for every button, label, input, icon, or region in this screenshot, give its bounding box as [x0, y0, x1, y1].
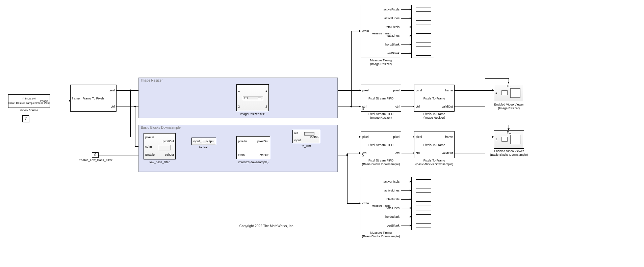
- mt1-o1: activePixels: [383, 8, 400, 11]
- mt2-caption1: Measure Timing: [357, 231, 405, 234]
- irr-out2: 2: [265, 105, 267, 108]
- lpf-caption: low_pass_filter: [144, 160, 176, 164]
- fifo1-out-pixel: pixel: [393, 89, 400, 92]
- mt2-o3: totalPixels: [386, 198, 400, 201]
- mt1-caption2: (Image Resizer): [361, 62, 401, 66]
- mt2-o1: activePixels: [383, 180, 400, 183]
- mt2-o6: vertBlank: [387, 224, 400, 227]
- fifo-basicblocks[interactable]: pixel pixel ctrl ctrl Pixel Stream FIFO …: [361, 131, 401, 158]
- ftp-center: Frame To Pixels: [71, 97, 116, 100]
- measure-timing-top[interactable]: ctrlIn MeasureTiming activePixels active…: [361, 5, 401, 58]
- lpf-enable: Enable: [145, 153, 155, 156]
- fifo1-center: Pixel Stream FIFO: [361, 97, 401, 100]
- irr-in2: 2: [238, 105, 240, 108]
- ptf1-in-pixel: pixel: [416, 89, 422, 92]
- const-value: 0: [94, 153, 96, 157]
- lpf-pixelOut: pixelOut: [163, 140, 174, 143]
- diagram-canvas: rhinos.avi Error: Desired sample time is…: [0, 0, 644, 267]
- ptf-image-resizer[interactable]: pixel frame ctrl validOut Pixels To Fram…: [414, 85, 455, 112]
- touint-input: input: [294, 139, 301, 142]
- viewer2-port: 1: [495, 138, 497, 141]
- to-frac-block[interactable]: input_ output: [191, 138, 216, 145]
- viewer2-sub: (Basic-Blocks Downsample): [487, 153, 531, 156]
- viewer1-port: 1: [495, 91, 497, 94]
- viewer1-sub: (Image Resizer): [490, 107, 527, 110]
- image-resizer-rgb-block[interactable]: 1 2 1 2: [236, 84, 269, 111]
- ptf1-out-valid: validOut: [442, 105, 453, 108]
- low-pass-filter-block[interactable]: pixelIn ctrlIn Enable pixelOut ctrlOut: [144, 133, 176, 159]
- ptf2-sub: (Basic-Blocks Downsample): [411, 162, 458, 166]
- basicblocks-title: Basic-Blocks Downsample: [141, 126, 181, 129]
- video-source-port-image: Image: [40, 99, 48, 103]
- lpf-ctrlOut: ctrlOut: [165, 153, 174, 156]
- mt1-caption1: Measure Timing: [361, 59, 401, 62]
- fifo2-center: Pixel Stream FIFO: [361, 143, 401, 147]
- fifo2-out-ctrl: ctrl: [395, 151, 400, 155]
- fifo2-out-pixel: pixel: [393, 135, 400, 139]
- ptf2-out-valid: validOut: [442, 151, 453, 155]
- measure-timing-bottom[interactable]: ctrlIn MeasureTiming activePixels active…: [361, 177, 401, 230]
- enable-lpf-constant[interactable]: 0: [92, 152, 99, 158]
- irr-out1: 1: [265, 89, 267, 92]
- imresize-block[interactable]: pixelIn pixelOut ctrlIn ctrlOut: [236, 136, 270, 159]
- viewer1-caption: Enabled Video Viewer: [490, 103, 527, 106]
- viewer-basicblocks[interactable]: 1: [494, 130, 524, 149]
- tofrac-caption: to_frac: [191, 146, 216, 149]
- ptf2-in-ctrl: ctrl: [416, 151, 420, 155]
- fifo1-caption: Pixel Stream FIFO: [361, 112, 401, 116]
- touint-ref: ref: [294, 131, 298, 135]
- copyright-text: Copyright 2022 The MathWorks, Inc.: [223, 224, 311, 228]
- ptf2-caption: Pixels To Frame: [411, 159, 458, 162]
- fifo-image-resizer[interactable]: pixel pixel ctrl ctrl Pixel Stream FIFO …: [361, 85, 401, 112]
- ptf2-in-pixel: pixel: [416, 135, 422, 139]
- ftp-out-ctrl: ctrl: [111, 105, 115, 108]
- to-uint-block[interactable]: ref input output: [292, 130, 320, 143]
- imr-pixelOut: pixelOut: [257, 140, 268, 143]
- ptf1-out-frame: frame: [445, 89, 453, 92]
- imr-ctrlOut: ctrlOut: [259, 153, 268, 157]
- fifo2-sub: (Basic-Blocks Downsample): [357, 162, 405, 166]
- fifo2-in-pixel: pixel: [362, 135, 369, 139]
- ptf1-sub: (Image Resizer): [414, 116, 455, 119]
- mt2-ctrlIn: ctrlIn: [362, 202, 369, 205]
- lpf-ctrlIn: ctrlIn: [145, 145, 152, 148]
- const-caption: Enable_Low_Pass_Filter: [77, 158, 114, 162]
- lpf-pixelIn: pixelIn: [145, 136, 154, 139]
- doc-block[interactable]: ?: [22, 115, 29, 122]
- fifo2-caption: Pixel Stream FIFO: [357, 159, 405, 162]
- mt2-o4: totalLines: [386, 206, 400, 210]
- ptf-basicblocks[interactable]: pixel frame ctrl validOut Pixels To Fram…: [414, 131, 455, 158]
- mt1-o2: activeLines: [384, 17, 400, 20]
- mt2-o2: activeLines: [384, 189, 400, 192]
- ptf1-center: Pixels To Frame: [414, 97, 454, 100]
- frame-to-pixels-block[interactable]: frame Frame To Pixels pixel ctrl: [70, 85, 117, 112]
- video-source-block[interactable]: rhinos.avi Error: Desired sample time is…: [8, 94, 50, 108]
- tofrac-out: output: [206, 140, 214, 143]
- mt2-caption2: (Basic-Blocks Downsample): [357, 235, 405, 238]
- mt1-o6: vertBlank: [387, 52, 400, 55]
- fifo1-in-pixel: pixel: [362, 89, 369, 92]
- mt1-o5: horizBlank: [385, 43, 400, 46]
- imr-ctrlIn: ctrlIn: [238, 153, 245, 157]
- mt1-o3: totalPixels: [386, 25, 400, 29]
- ftp-out-pixel: pixel: [108, 89, 115, 92]
- irr-caption: ImageResizerRGB: [236, 112, 269, 116]
- mt1-ctrlIn: ctrlIn: [362, 29, 369, 33]
- mt2-o5: horizBlank: [385, 215, 400, 218]
- video-source-caption: Video Source: [8, 109, 50, 112]
- viewer-image-resizer[interactable]: 1: [494, 84, 524, 102]
- display-top[interactable]: [411, 5, 434, 58]
- imr-caption: imresize(downsample): [233, 160, 274, 164]
- mt1-o4: totalLines: [386, 34, 400, 37]
- image-resizer-title: Image Resizer: [141, 79, 162, 82]
- viewer2-caption: Enabled Video Viewer: [487, 149, 531, 153]
- ptf2-center: Pixels To Frame: [414, 143, 454, 147]
- touint-caption: to_uint: [292, 144, 320, 148]
- imr-pixelIn: pixelIn: [238, 140, 247, 143]
- tofrac-in: input_: [193, 140, 202, 143]
- display-bottom[interactable]: [411, 177, 434, 230]
- fifo1-out-ctrl: ctrl: [395, 105, 400, 108]
- irr-in1: 1: [238, 89, 240, 92]
- fifo1-sub: (Image Resizer): [361, 116, 401, 119]
- doc-block-label: ?: [25, 117, 27, 120]
